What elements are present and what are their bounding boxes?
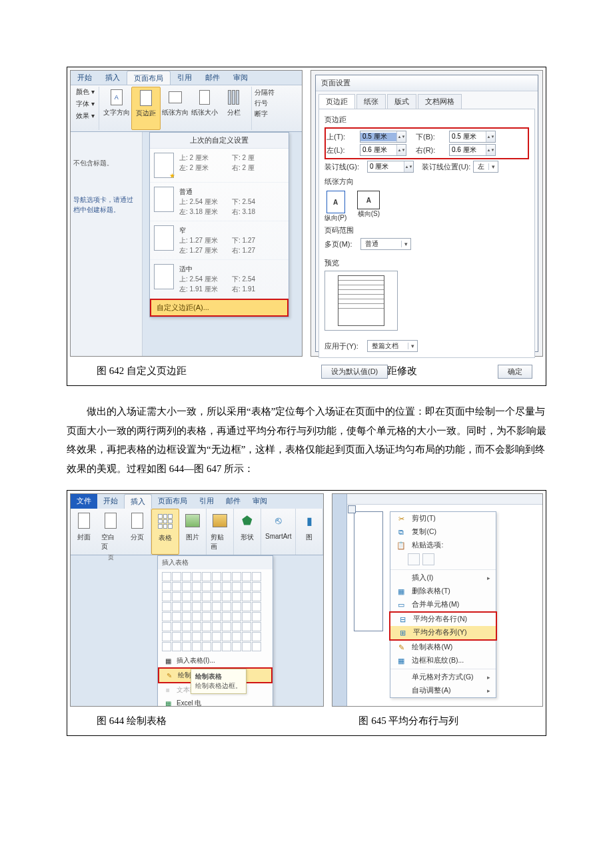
tab-page-layout[interactable]: 页面布局 (152, 494, 193, 509)
set-default-button[interactable]: 设为默认值(D) (321, 365, 388, 379)
preset-icon (154, 153, 174, 178)
right-input[interactable] (450, 146, 486, 155)
smartart-button[interactable]: ⎋SmartArt (261, 509, 296, 555)
tab-home[interactable]: 开始 (97, 494, 124, 509)
left-spinner[interactable]: ▲▼ (360, 144, 406, 156)
margin-preset-last[interactable]: 上: 2 厘米下: 2 厘 左: 2 厘米右: 2 厘 (150, 149, 289, 183)
size-button[interactable]: 纸张大小 (190, 87, 219, 130)
shapes-button[interactable]: ⬟形状 (234, 509, 261, 555)
margins-button[interactable]: 页边距 (131, 87, 161, 130)
paste-option-icon[interactable] (422, 553, 434, 565)
cut-item[interactable]: ✂剪切(T) (390, 512, 496, 525)
pencil-icon: ✎ (165, 672, 174, 679)
figure-643: 页面设置 页边距 纸张 版式 文档网格 页边距 上(T): ▲▼ (310, 70, 543, 383)
delete-table-item[interactable]: ▦删除表格(T) (390, 585, 496, 598)
tab-references[interactable]: 引用 (193, 494, 220, 509)
hyphenation[interactable]: 断字 (255, 109, 275, 119)
gutter-spinner[interactable]: ▲▼ (367, 161, 414, 173)
top-spinner[interactable]: ▲▼ (360, 131, 406, 143)
preset-left: 左: 1.27 厘米 (179, 245, 232, 255)
dropdown-header: 插入表格 (158, 556, 273, 569)
paste-option-icon[interactable] (408, 553, 420, 565)
nav-hint-text: 导航选项卡，请通过档中创建标题。 (73, 195, 139, 215)
screenshot-642: 开始 插入 页面布局 引用 邮件 审阅 颜色 ▾ 字体 ▾ 效果 ▾ (70, 70, 303, 357)
tab-mailings[interactable]: 邮件 (220, 494, 247, 509)
ok-button[interactable]: 确定 (498, 365, 532, 379)
draw-table-item[interactable]: ✎绘制表格(W) (390, 641, 496, 654)
tab-references[interactable]: 引用 (171, 71, 199, 85)
align-label: 单元格对齐方式(G) (412, 673, 473, 682)
bottom-input[interactable] (450, 133, 486, 141)
tab-review[interactable]: 审阅 (227, 71, 255, 85)
theme-color[interactable]: 颜色 ▾ (75, 87, 96, 97)
table-grid-picker[interactable] (158, 569, 273, 654)
cover-button[interactable]: 封面 (71, 509, 97, 553)
columns-button[interactable]: 分栏 (219, 87, 249, 130)
orientation-button[interactable]: 纸张方向 (161, 87, 190, 130)
clipart-button[interactable]: 剪贴画 (207, 509, 234, 555)
distribute-cols-item[interactable]: ⊞平均分布各列(Y) (390, 626, 496, 639)
landscape-option[interactable]: A横向(S) (357, 191, 380, 223)
right-spinner[interactable]: ▲▼ (449, 144, 496, 156)
orientation-section-label: 纸张方向 (324, 177, 529, 187)
top-input[interactable] (360, 133, 396, 141)
table-button[interactable]: 表格 (151, 509, 179, 555)
copy-icon: ⧉ (396, 527, 406, 537)
doc-margin-area (332, 494, 347, 706)
tab-insert[interactable]: 插入 (99, 71, 127, 85)
excel-table-item[interactable]: ▦Excel 电 (158, 697, 273, 707)
tab-paper[interactable]: 纸张 (356, 94, 386, 109)
chart-button[interactable]: ▮图 (296, 509, 323, 555)
theme-font[interactable]: 字体 ▾ (75, 99, 96, 109)
gutter-pos-combo[interactable]: 左▾ (473, 161, 498, 173)
border-shading-item[interactable]: ▦边框和底纹(B)... (390, 654, 496, 667)
figure-645: ✂剪切(T) ⧉复制(C) 📋粘贴选项: 插入(I) ▦删除表格(T) ▭合并单… (332, 493, 543, 733)
margin-preset-moderate[interactable]: 适中 上: 2.54 厘米下: 2.54 左: 1.91 厘米右: 1.91 (150, 260, 289, 299)
custom-margins-item[interactable]: 自定义边距(A)... (150, 299, 289, 317)
cover-label: 封面 (77, 533, 91, 542)
autofit-item[interactable]: 自动调整(A) (390, 684, 496, 697)
caption-645: 图 645 平均分布行与列 (332, 707, 543, 733)
cell-align-item[interactable]: 单元格对齐方式(G) (390, 671, 496, 684)
tab-page-layout[interactable]: 页面布局 (127, 71, 171, 85)
tab-margins[interactable]: 页边距 (318, 94, 355, 109)
paste-options-row (390, 552, 496, 568)
line-numbers[interactable]: 行号 (255, 99, 275, 108)
tab-mailings[interactable]: 邮件 (199, 71, 227, 85)
insert-item[interactable]: 插入(I) (390, 571, 496, 585)
picture-label: 图片 (186, 533, 199, 542)
break-button[interactable]: 分页 (124, 509, 151, 553)
size-icon (199, 90, 210, 105)
insert-table-item[interactable]: ▦插入表格(I)... (158, 654, 273, 667)
margin-preset-narrow[interactable]: 窄 上: 1.27 厘米下: 1.27 左: 1.27 厘米右: 1.27 (150, 221, 289, 260)
draw-label: 绘制表格(W) (412, 643, 452, 652)
insert-label: 插入(I) (412, 573, 433, 583)
preset-top: 上: 2.54 厘米 (179, 197, 232, 207)
tab-insert[interactable]: 插入 (124, 494, 152, 509)
picture-button[interactable]: 图片 (179, 509, 207, 555)
smartart-label: SmartArt (265, 533, 291, 540)
gutter-input[interactable] (368, 163, 404, 171)
breaks[interactable]: 分隔符 (255, 88, 275, 97)
distribute-rows-item[interactable]: ⊟平均分布各行(N) (390, 613, 496, 626)
text-direction-button[interactable]: A 文字方向 (102, 87, 131, 130)
apply-combo[interactable]: 整篇文档▾ (367, 340, 418, 352)
merge-cells-item[interactable]: ▭合并单元格(M) (390, 598, 496, 611)
portrait-option[interactable]: A纵向(P) (324, 191, 346, 223)
tab-home[interactable]: 开始 (71, 71, 99, 85)
tab-review[interactable]: 审阅 (247, 494, 273, 509)
theme-effect[interactable]: 效果 ▾ (75, 111, 96, 121)
margin-preset-normal[interactable]: 普通 上: 2.54 厘米下: 2.54 左: 3.18 厘米右: 3.18 (150, 183, 289, 221)
top-label: 上(T): (326, 132, 357, 142)
copy-item[interactable]: ⧉复制(C) (390, 525, 496, 539)
tab-file[interactable]: 文件 (71, 494, 97, 509)
dialog-tabs: 页边距 纸张 版式 文档网格 (316, 91, 538, 109)
bottom-spinner[interactable]: ▲▼ (449, 131, 496, 143)
multi-combo[interactable]: 普通▾ (360, 238, 411, 250)
tab-layout[interactable]: 版式 (387, 94, 416, 109)
multi-label: 多页(M): (324, 239, 358, 249)
left-input[interactable] (360, 146, 396, 155)
tab-grid[interactable]: 文档网格 (418, 94, 462, 109)
blank-button[interactable]: 空白页 (97, 509, 124, 553)
preset-name: 适中 (179, 264, 285, 274)
